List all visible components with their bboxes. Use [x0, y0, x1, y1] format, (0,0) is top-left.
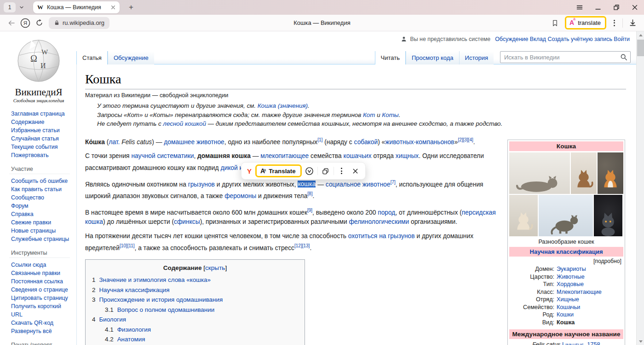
toc-entry[interactable]: 3.1Вопрос о полном одомашнивании: [92, 305, 298, 315]
inline-link[interactable]: собакой: [354, 138, 378, 145]
inline-link[interactable]: грызунов: [188, 181, 215, 187]
sidebar-link[interactable]: Пожертвовать: [11, 151, 72, 159]
wiki-tab-active[interactable]: Статья: [76, 51, 108, 64]
sidebar-link[interactable]: Развернуть всё: [11, 327, 72, 335]
search-icon[interactable]: [620, 53, 627, 61]
yandex-logo-icon[interactable]: Y: [247, 167, 252, 175]
classification-header[interactable]: Научная классификация: [509, 247, 623, 257]
personal-link[interactable]: Создать учётную запись: [547, 36, 612, 42]
footnote-ref[interactable]: [12][13]: [294, 243, 310, 248]
sidebar-link[interactable]: Содержание: [11, 118, 72, 126]
alice-assistant-icon[interactable]: [304, 165, 316, 177]
toc-link[interactable]: Происхождение и история одомашнивания: [99, 296, 223, 303]
inline-link[interactable]: млекопитающее: [260, 152, 309, 159]
taxo-value-link[interactable]: Эукариоты: [557, 265, 622, 273]
popup-close-icon[interactable]: [350, 165, 362, 177]
cat-photo-abyssinian[interactable]: [571, 152, 597, 194]
taxo-value-link[interactable]: Млекопитающие: [557, 288, 622, 296]
wiki-tab-inactive[interactable]: Обсуждение: [108, 51, 154, 64]
new-tab-button[interactable]: +: [125, 1, 137, 13]
restore-icon[interactable]: [607, 0, 626, 15]
toc-link[interactable]: Значение и этимология слова «кошка»: [99, 276, 211, 283]
sidebar-link[interactable]: Сообщить об ошибке: [11, 177, 72, 185]
taxo-value-link[interactable]: Хищные: [557, 296, 622, 304]
taxo-value-link[interactable]: Хордовые: [557, 281, 622, 288]
sidebar-link[interactable]: Избранные статьи: [11, 126, 72, 134]
toc-entry[interactable]: 3Происхождение и история одомашнивания: [92, 295, 298, 305]
sidebar-link[interactable]: Новые страницы: [11, 227, 72, 235]
inline-link[interactable]: домашнее животное: [164, 138, 224, 145]
toc-entry[interactable]: 2Научная классификация: [92, 285, 298, 295]
cat-photo-siamese[interactable]: [509, 195, 538, 236]
wiki-tab-active[interactable]: Читать: [375, 51, 406, 64]
wiki-tab-inactive[interactable]: История: [459, 51, 494, 64]
popup-more-icon[interactable]: [336, 165, 348, 177]
inline-link[interactable]: лесной кошкой: [163, 120, 206, 127]
refresh-icon[interactable]: [32, 16, 46, 30]
footnote-ref[interactable]: [10][11]: [120, 243, 135, 248]
cat-photo-tabby-snow[interactable]: [539, 195, 593, 236]
sidebar-link[interactable]: Служебные страницы: [11, 235, 72, 243]
sidebar-link[interactable]: Цитировать страницу: [11, 294, 72, 302]
selected-text[interactable]: кошка: [298, 181, 316, 187]
toc-link[interactable]: Анатомия: [117, 336, 145, 343]
sidebar-link[interactable]: Форум: [11, 202, 72, 210]
toolbar-translate-button[interactable]: Aa translate: [565, 16, 606, 29]
download-icon[interactable]: [626, 16, 639, 30]
wikipedia-globe-logo[interactable]: Ω W И: [15, 38, 63, 84]
inline-link[interactable]: охотиться на грызунов: [348, 233, 415, 240]
inline-link[interactable]: Кот: [363, 111, 375, 118]
wiki-tab-inactive[interactable]: Просмотр кода: [406, 51, 459, 64]
toc-link[interactable]: Вопрос о полном одомашнивании: [117, 306, 215, 313]
scroll-up-icon[interactable]: [637, 31, 644, 39]
sidebar-link[interactable]: Ссылки сюда: [11, 261, 72, 269]
author-link[interactable]: Linnaeus: [562, 341, 584, 345]
taxo-value-link[interactable]: Кошачьи: [557, 304, 622, 311]
year-link[interactable]: , 1758: [584, 341, 600, 345]
close-window-icon[interactable]: [626, 0, 644, 15]
inline-link[interactable]: Кошка (значения): [258, 102, 308, 109]
sidebar-link[interactable]: Случайная статья: [11, 134, 72, 143]
inline-link[interactable]: фелинологическими: [349, 218, 409, 225]
toc-entry[interactable]: 4Биология: [92, 315, 298, 325]
details-link[interactable]: [подробно]: [509, 257, 623, 265]
footnote-ref[interactable]: [1]: [317, 137, 322, 142]
bookmark-icon[interactable]: [548, 16, 562, 30]
cat-photo-orange-white[interactable]: [598, 152, 623, 194]
tab-list-chevron-icon[interactable]: [16, 2, 28, 12]
sidebar-link[interactable]: Получить короткий URL: [11, 302, 72, 319]
sidebar-link[interactable]: Как править статьи: [11, 185, 72, 193]
sidebar-link[interactable]: Текущие события: [11, 143, 72, 151]
sidebar-link[interactable]: Сведения о странице: [11, 286, 72, 294]
sidebar-link[interactable]: Скачать QR-код: [11, 319, 72, 327]
toc-link[interactable]: Биология: [99, 316, 126, 323]
taxo-value-link[interactable]: Животные: [557, 273, 622, 281]
personal-link[interactable]: Обсуждение: [495, 36, 528, 42]
menu-icon[interactable]: [570, 0, 589, 15]
inline-link[interactable]: научной систематики: [131, 152, 194, 159]
toc-link[interactable]: Научная классификация: [99, 287, 169, 293]
sidebar-link[interactable]: Сообщество: [11, 193, 72, 202]
footnote-ref[interactable]: [2][3][4]: [458, 137, 473, 142]
footnote-ref[interactable]: [8]: [307, 191, 312, 196]
tab-close-icon[interactable]: [111, 3, 115, 12]
toc-link[interactable]: Физиология: [117, 326, 151, 333]
browser-tab-active[interactable]: W Кошка — Википедия: [33, 1, 120, 13]
footnote-ref[interactable]: [9]: [307, 208, 312, 213]
sidebar-link[interactable]: Свежие правки: [11, 218, 72, 227]
sidebar-link[interactable]: Заглавная страница: [11, 110, 72, 118]
inline-link[interactable]: социальное животное: [326, 181, 391, 187]
footnote-ref[interactable]: [7]: [391, 180, 396, 185]
copy-icon[interactable]: [320, 165, 332, 177]
back-icon[interactable]: [5, 16, 18, 30]
inline-link[interactable]: животных-компаньонов: [385, 138, 454, 145]
tab-counter-button[interactable]: 1: [4, 2, 16, 12]
inline-link[interactable]: кошачьих: [343, 152, 371, 159]
popup-translate-button[interactable]: Aa Translate: [255, 164, 302, 177]
sidebar-link[interactable]: Постоянная ссылка: [11, 277, 72, 286]
personal-link[interactable]: Вклад: [530, 36, 546, 42]
search-input[interactable]: [500, 51, 631, 63]
inline-link[interactable]: сфинксы: [174, 218, 200, 225]
inline-link[interactable]: феромоны: [224, 193, 256, 199]
taxo-value-link[interactable]: Кошки: [557, 311, 622, 319]
